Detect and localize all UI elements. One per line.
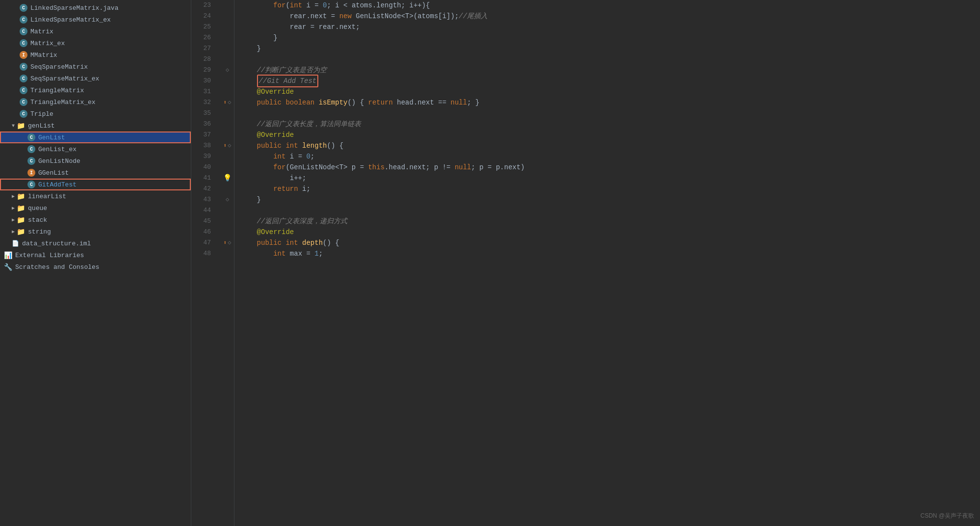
watermark: CSDN @吴声子夜歌 (920, 512, 974, 520)
code-line-42: return i; (240, 184, 974, 194)
sidebar-item-Matrix[interactable]: C Matrix (0, 26, 191, 37)
collapse-arrow-icon: ▶ (12, 217, 15, 223)
sidebar-item-Triple[interactable]: C Triple (0, 108, 191, 120)
code-line-45: //返回广义表深度，递归方式 (240, 216, 974, 227)
code-line-43: } (240, 194, 974, 205)
folder-icon: 📁 (17, 216, 25, 224)
sidebar-item-SeqSparseMatrix[interactable]: C SeqSparseMatrix (0, 61, 191, 73)
collapse-arrow-icon: ▶ (12, 229, 15, 235)
code-line-36: //返回广义表长度，算法同单链表 (240, 119, 974, 130)
sidebar-item-LinkedSparseMatrix_ex[interactable]: C LinkedSparseMatrix_ex (0, 14, 191, 26)
code-line-27: } (240, 43, 974, 54)
diamond-icon: ◇ (226, 65, 229, 76)
sidebar-item-TriangleMatrix_ex[interactable]: C TriangleMatrix_ex (0, 96, 191, 108)
code-line-38: public int length() { (240, 140, 974, 151)
push-icon: ⬆ (224, 237, 227, 248)
sidebar-item-external-libraries[interactable]: 📊 External Libraries (0, 249, 191, 261)
folder-icon: 📁 (17, 204, 25, 212)
code-line-44 (240, 205, 974, 216)
sidebar-item-linearList-folder[interactable]: ▶ 📁 linearList (0, 190, 191, 202)
sidebar-item-TriangleMatrix[interactable]: C TriangleMatrix (0, 84, 191, 96)
push-icon: ⬆ (224, 140, 227, 151)
class-icon: C (20, 110, 27, 118)
code-line-30: //Git Add Test (240, 76, 974, 86)
class-icon: C (20, 27, 27, 35)
expand-arrow-icon: ▼ (12, 123, 15, 129)
class-icon: C (27, 133, 35, 141)
collapse-arrow-icon: ▶ (12, 193, 15, 199)
class-icon: C (20, 63, 27, 71)
code-line-23: for(int i = 0; i < atoms.length; i++){ (240, 0, 974, 11)
class-icon: C (20, 75, 27, 82)
code-editor: 23 24 25 26 27 28 29 30 31 32 35 36 37 3… (191, 0, 980, 526)
code-line-35 (240, 108, 974, 119)
collapse-arrow-icon: ▶ (12, 205, 15, 211)
class-icon: C (20, 86, 27, 94)
code-line-48: int max = 1; (240, 248, 974, 259)
folder-icon: 📁 (17, 228, 25, 236)
code-content[interactable]: for(int i = 0; i < atoms.length; i++){ r… (234, 0, 980, 526)
folder-icon: 📁 (17, 122, 25, 130)
code-line-28 (240, 54, 974, 65)
code-line-40: for(GenListNode<T> p = this.head.next; p… (240, 162, 974, 173)
code-line-46: @Override (240, 227, 974, 237)
code-line-47: public int depth() { (240, 237, 974, 248)
code-line-39: int i = 0; (240, 151, 974, 162)
sidebar-item-string-folder[interactable]: ▶ 📁 string (0, 226, 191, 237)
sidebar-item-queue-folder[interactable]: ▶ 📁 queue (0, 202, 191, 214)
file-tree[interactable]: C LinkedSparseMatrix.java C LinkedSparse… (0, 0, 191, 526)
sidebar-item-LinkedSparseMatrix[interactable]: C LinkedSparseMatrix.java (0, 2, 191, 14)
sidebar-item-GitAddTest[interactable]: C GitAddTest (0, 179, 191, 190)
diamond-icon: ◇ (228, 237, 231, 248)
sidebar-item-Matrix_ex[interactable]: C Matrix_ex (0, 37, 191, 49)
diamond-icon: ◇ (228, 140, 231, 151)
class-icon: C (27, 145, 35, 153)
code-line-24: rear.next = new GenListNode<T>(atoms[i])… (240, 11, 974, 22)
interface-icon: I (20, 51, 27, 59)
code-line-32: public boolean isEmpty() { return head.n… (240, 97, 974, 108)
sidebar-item-SeqSparseMatrix_ex[interactable]: C SeqSparseMatrix_ex (0, 73, 191, 84)
gutter: ◇ ⬆◇ ⬆◇ 💡 ◇ ⬆◇ (221, 0, 234, 526)
sidebar-item-stack-folder[interactable]: ▶ 📁 stack (0, 214, 191, 226)
diamond-icon: ◇ (228, 97, 231, 108)
sidebar-item-genList-folder[interactable]: ▼ 📁 genList (0, 120, 191, 132)
class-icon: C (27, 181, 35, 188)
library-icon: 📊 (4, 251, 12, 260)
interface-icon: I (27, 169, 35, 177)
scratch-icon: 🔧 (4, 263, 12, 271)
sidebar-item-GenList[interactable]: C GenList (0, 132, 191, 143)
class-icon: C (20, 98, 27, 106)
sidebar-item-scratches-consoles[interactable]: 🔧 Scratches and Consoles (0, 261, 191, 273)
class-icon: C (20, 39, 27, 47)
code-line-31: @Override (240, 86, 974, 97)
code-area[interactable]: 23 24 25 26 27 28 29 30 31 32 35 36 37 3… (191, 0, 980, 526)
sidebar-item-GenList_ex[interactable]: C GenList_ex (0, 143, 191, 155)
code-line-29: //判断广义表是否为空 (240, 65, 974, 76)
code-line-37: @Override (240, 130, 974, 140)
comment-box-git-add-test: //Git Add Test (257, 75, 319, 87)
class-icon: C (20, 4, 27, 12)
class-icon: C (27, 157, 35, 165)
sidebar-item-GenListNode[interactable]: C GenListNode (0, 155, 191, 167)
line-numbers: 23 24 25 26 27 28 29 30 31 32 35 36 37 3… (191, 0, 221, 526)
bulb-icon: 💡 (223, 173, 232, 184)
sidebar-item-MMatrix[interactable]: I MMatrix (0, 49, 191, 61)
code-line-41: i++; (240, 173, 974, 184)
sidebar-item-GGenList[interactable]: I GGenList (0, 167, 191, 179)
iml-file-icon: 📄 (12, 240, 19, 247)
diamond-icon: ◇ (226, 194, 229, 205)
push-icon: ⬆ (224, 97, 227, 108)
class-icon: C (20, 16, 27, 24)
folder-icon: 📁 (17, 192, 25, 201)
sidebar-item-data-structure-iml[interactable]: 📄 data_structure.iml (0, 237, 191, 249)
code-line-26: } (240, 32, 974, 43)
code-line-25: rear = rear.next; (240, 22, 974, 32)
